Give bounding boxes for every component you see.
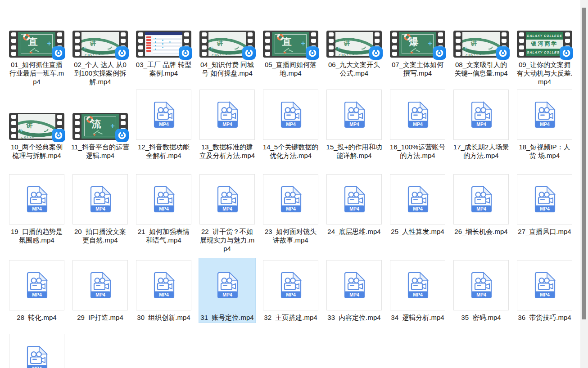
mp4-document-icon: MP4 [280,186,302,213]
film-sprocket-hole [375,39,380,43]
file-item[interactable]: MP4 12_抖音数据功能全解析.mp4 [136,90,191,160]
chalkboard-thumbnail-art: 流 ++ [81,114,119,139]
file-item[interactable]: MP4 17_成长期2大场景的方法.mp4 [453,90,509,160]
file-item[interactable]: MP4 23_如何面对镜头讲故事.mp4 [263,174,318,244]
mp4-document-icon: MP4 [343,101,366,128]
mp4-badge-text: MP4 [286,292,296,297]
film-sprocket-hole [565,32,570,36]
film-sprocket-hole [138,45,143,49]
film-sprocket-hole [438,32,443,36]
mp4-document-icon: MP4 [280,272,302,299]
sync-badge-icon [115,129,129,142]
file-item[interactable]: MP4 21_如何加强表情和语气.mp4 [136,174,191,244]
file-item[interactable]: MP4 18_短视频IP：人 货 场.mp4 [517,90,572,160]
file-item[interactable]: MP4 25_人性算发.mp4 [390,174,445,236]
mp4-badge-text: MP4 [222,206,232,211]
film-sprocket-hole [565,39,570,43]
file-name-label: 33_内容定位.mp4 [325,313,383,322]
file-item[interactable]: 直 ++ 05_直播间如何落地.mp4 [263,7,318,77]
file-item[interactable]: 讲+ COLLEGE 06_九大文案开头公式.mp4 [326,7,382,77]
mp4-file-icon: MP4 [9,174,64,224]
file-name-label: 21_如何加强表情和语气.mp4 [135,227,193,244]
file-item[interactable]: MP4 27_直播风口.mp4 [517,174,572,236]
mp4-document-icon: MP4 [280,101,302,128]
film-sprocket-hole [265,32,270,36]
sync-badge-icon [496,46,510,60]
mp4-badge-text: MP4 [222,292,232,297]
file-item[interactable]: MP4 26_增长机会.mp4 [453,174,509,236]
file-item[interactable]: MP4 31_账号定位.mp4 [199,260,255,322]
mp4-document-icon: MP4 [153,272,175,299]
file-item[interactable]: MP4 13_数据标准的建立及分析方法.mp4 [199,90,255,160]
file-item[interactable]: MP4 19_口播的趋势是氛围感.mp4 [9,174,64,244]
file-item[interactable]: 讲+ COLLEGE 08_文案吸引人的关键--信息量.mp4 [453,7,509,77]
file-item[interactable]: 03_工厂 品牌 转型案例.mp4 [136,7,191,77]
mp4-file-icon: MP4 [199,90,255,140]
file-item[interactable]: 直 ++ 01_如何抓住直播行业最后一班车.mp4 [9,7,64,86]
mp4-document-icon: MP4 [26,272,48,299]
film-sprocket-hole [57,39,62,43]
mp4-badge-text: MP4 [159,292,169,297]
mp4-document-icon: MP4 [153,186,175,213]
film-sprocket-hole [57,32,62,36]
file-name-label: 32_主页搭建.mp4 [262,313,320,322]
file-item[interactable]: GALAXY COLLEGE 银河商学 GALAXY COLLEGE 09_让你… [517,7,572,86]
file-name-label: 27_直播风口.mp4 [516,227,574,236]
file-item[interactable]: MP4 33_内容定位.mp4 [326,260,382,322]
file-name-label: 13_数据标准的建立及分析方法.mp4 [198,143,256,160]
file-item[interactable]: MP4 15_投+的作用和功能详解.mp4 [326,90,382,160]
mp4-badge-text: MP4 [540,206,550,211]
file-name-label: 05_直播间如何落地.mp4 [262,60,320,77]
file-item[interactable]: MP4 30_组织创新.mp4 [136,260,191,322]
file-item[interactable]: MP4 29_IP打造.mp4 [72,260,128,322]
file-item[interactable]: MP4 35_密码.mp4 [453,260,509,322]
file-name-label: 30_组织创新.mp4 [135,313,193,322]
film-sprocket-hole [502,32,507,36]
film-sprocket-hole [392,52,397,56]
film-sprocket-hole [456,39,461,43]
film-sprocket-hole [265,45,270,49]
swirl-thumbnail-art: 讲+ COLLEGE [18,114,55,139]
file-name-label: 03_工厂 品牌 转型案例.mp4 [135,60,193,77]
film-sprocket-hole [75,115,80,119]
file-name-label: 02_个人 达人 从0到100实操案例拆解.mp4 [71,60,129,86]
file-item[interactable]: 讲+ COLLEGE 02_个人 达人 从0到100实操案例拆解.mp4 [72,7,128,86]
scrollbar-thumb[interactable] [582,8,586,319]
mp4-file-icon: MP4 [517,174,572,224]
mp4-file-icon: MP4 [263,90,318,140]
file-name-label: 28_转化.mp4 [8,313,66,322]
film-sprocket-hole [519,52,524,56]
film-sprocket-hole [519,32,524,36]
file-item[interactable]: MP4 16_100%运营账号的方法.mp4 [390,90,445,160]
file-item[interactable]: 流 ++ 11_抖音平台的运营逻辑.mp4 [72,90,128,160]
film-sprocket-hole [456,45,461,49]
vertical-scrollbar[interactable] [580,0,588,368]
file-item[interactable]: MP4 32_主页搭建.mp4 [263,260,318,322]
file-name-label: 06_九大文案开头公式.mp4 [325,60,383,77]
sync-badge-icon [433,46,446,60]
video-thumbnail: GALAXY COLLEGE 银河商学 GALAXY COLLEGE [517,7,572,58]
film-sprocket-hole [311,32,316,36]
file-name-label: 09_让你的文案拥有大动机与大反差.mp4 [516,60,574,86]
film-sprocket-hole [329,32,334,36]
film-sprocket-hole [265,39,270,43]
mp4-document-icon: MP4 [216,186,239,213]
file-item[interactable]: MP4 [9,334,64,368]
video-thumbnail: 爆 ++ [390,7,445,58]
file-item[interactable]: MP4 22_讲干货？不如展现实力与魅力.mp4 [199,174,255,253]
film-sprocket-hole [11,45,16,49]
file-item[interactable]: 讲+ COLLEGE 10_两个经典案例梳理与拆解.mp4 [9,90,64,160]
film-sprocket-hole [184,39,189,43]
file-item[interactable]: MP4 36_带货技巧.mp4 [517,260,572,322]
video-thumbnail [136,7,191,58]
file-item[interactable]: 爆 ++ 07_文案主体如何撰写.mp4 [390,7,445,77]
video-thumbnail: 讲+ COLLEGE [72,7,128,58]
file-item[interactable]: MP4 14_5个关键数据的优化方法.mp4 [263,90,318,160]
file-item[interactable]: 讲+ COLLEGE 04_知识付费 同城号 如何操盘.mp4 [199,7,255,77]
film-sprocket-hole [57,121,62,125]
icon-grid-row-2: 讲+ COLLEGE 10_两个经典案例梳理与拆解.mp4 流 ++ 11_抖音… [0,90,572,160]
file-item[interactable]: MP4 28_转化.mp4 [9,260,64,322]
file-item[interactable]: MP4 24_底层思维.mp4 [326,174,382,236]
file-item[interactable]: MP4 20_拍口播没文案更自然.mp4 [72,174,128,244]
file-item[interactable]: MP4 34_逻辑分析.mp4 [390,260,445,322]
